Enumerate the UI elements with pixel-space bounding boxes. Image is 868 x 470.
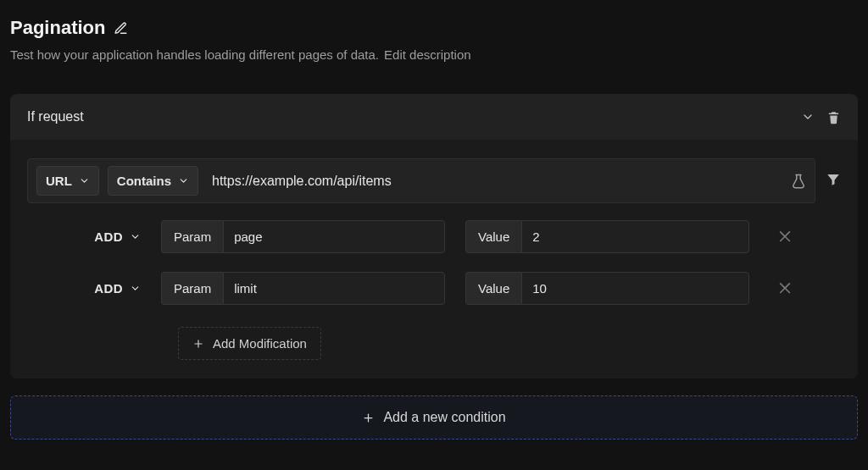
modification-row: ADD Param Value (59, 272, 824, 305)
chevron-down-icon (178, 175, 189, 186)
action-selector[interactable]: ADD (59, 281, 141, 296)
action-label: ADD (94, 281, 123, 296)
edit-description-link[interactable]: Edit description (384, 47, 471, 62)
remove-modification-icon[interactable] (776, 227, 793, 247)
value-label: Value (465, 220, 521, 253)
field-selector[interactable]: URL (36, 166, 99, 196)
action-selector[interactable]: ADD (59, 229, 141, 244)
operator-selector[interactable]: Contains (108, 166, 198, 196)
param-value-input[interactable] (521, 220, 749, 253)
condition-card: If request URL Contains (10, 94, 858, 379)
edit-title-icon[interactable] (114, 21, 128, 36)
test-icon[interactable] (791, 174, 806, 189)
operator-selector-label: Contains (117, 174, 171, 188)
plus-icon (362, 412, 375, 424)
action-label: ADD (94, 229, 123, 244)
add-condition-label: Add a new condition (383, 410, 505, 425)
add-modification-button[interactable]: Add Modification (178, 327, 321, 360)
value-label: Value (465, 272, 521, 305)
field-selector-label: URL (46, 174, 72, 188)
add-condition-button[interactable]: Add a new condition (10, 395, 858, 440)
modification-row: ADD Param Value (59, 220, 824, 253)
url-input[interactable] (207, 170, 782, 192)
add-modification-label: Add Modification (213, 336, 307, 351)
page-title: Pagination (10, 17, 105, 39)
remove-modification-icon[interactable] (776, 279, 793, 299)
condition-header: If request (27, 109, 84, 124)
chevron-down-icon (130, 231, 141, 242)
plus-icon (192, 338, 204, 350)
delete-condition-icon[interactable] (826, 110, 841, 124)
collapse-icon[interactable] (801, 110, 815, 124)
chevron-down-icon (79, 175, 90, 186)
filter-icon[interactable] (826, 172, 841, 191)
page-subtitle: Test how your application handles loadin… (10, 47, 379, 62)
chevron-down-icon (130, 283, 141, 294)
param-label: Param (161, 272, 223, 305)
param-value-input[interactable] (521, 272, 749, 305)
param-name-input[interactable] (223, 272, 445, 305)
param-label: Param (161, 220, 223, 253)
param-name-input[interactable] (223, 220, 445, 253)
